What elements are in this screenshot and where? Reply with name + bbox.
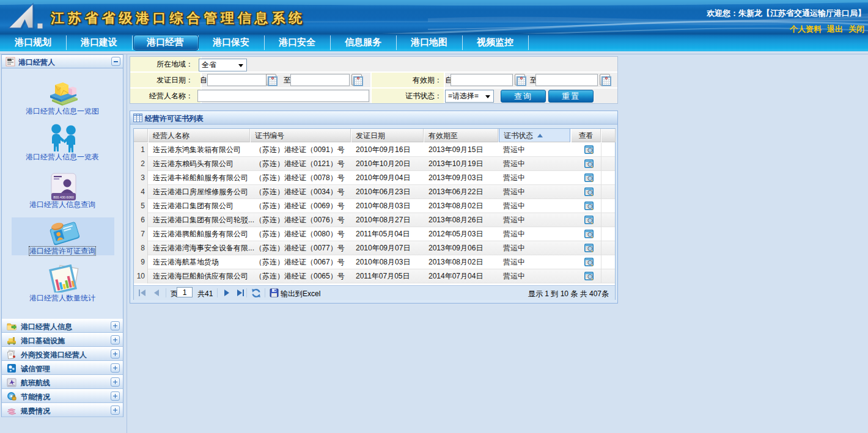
- svg-text:800.430.6060: 800.430.6060: [53, 195, 74, 199]
